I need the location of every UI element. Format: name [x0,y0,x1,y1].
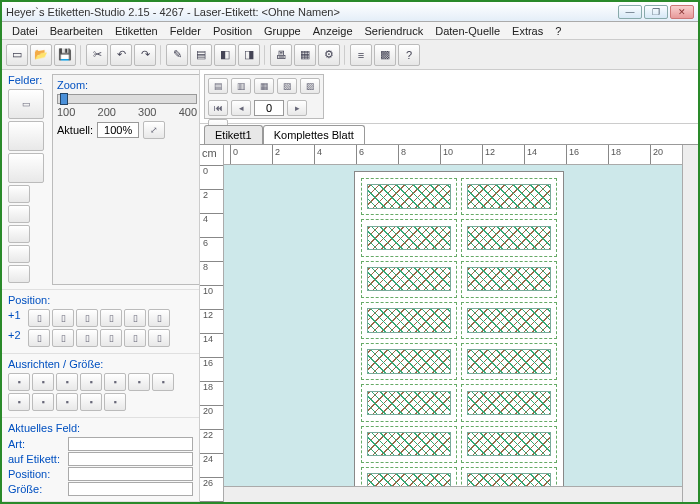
pos-btn-3[interactable]: ▯ [76,309,98,327]
print-icon[interactable]: 🖶 [270,44,292,66]
open-icon[interactable]: 📂 [30,44,52,66]
pos-btn-9[interactable]: ▯ [76,329,98,347]
view-4[interactable]: ▧ [277,78,297,94]
tool2-icon[interactable]: ▤ [190,44,212,66]
grid-icon[interactable]: ▩ [374,44,396,66]
gr-input[interactable] [68,482,193,496]
view-2[interactable]: ▥ [231,78,251,94]
pos-btn-5[interactable]: ▯ [124,309,146,327]
pos-btn-2[interactable]: ▯ [52,309,74,327]
help-icon[interactable]: ? [398,44,420,66]
label-cell[interactable] [361,219,457,256]
label-cell[interactable] [461,219,557,256]
field-small-3[interactable] [8,225,30,243]
view-5[interactable]: ▨ [300,78,320,94]
field-tool-2[interactable] [8,121,44,151]
nav-first-icon[interactable]: ⏮ [208,100,228,116]
pos-btn-4[interactable]: ▯ [100,309,122,327]
menu-etiketten[interactable]: Etiketten [109,23,164,39]
scrollbar-vertical[interactable] [682,145,698,502]
pos-btn-8[interactable]: ▯ [52,329,74,347]
menu-position[interactable]: Position [207,23,258,39]
art-input[interactable] [68,437,193,451]
label-cell[interactable] [461,178,557,215]
size-3[interactable]: ▪ [56,393,78,411]
label-cell[interactable] [461,467,557,486]
align-icon[interactable]: ≡ [350,44,372,66]
label-cell[interactable] [361,467,457,486]
field-small-4[interactable] [8,245,30,263]
pos-btn-10[interactable]: ▯ [100,329,122,347]
db-icon[interactable]: ▦ [294,44,316,66]
view-3[interactable]: ▦ [254,78,274,94]
label-cell[interactable] [361,384,457,421]
nav-next-icon[interactable]: ▸ [287,100,307,116]
zoom-slider[interactable] [57,94,197,104]
new-icon[interactable]: ▭ [6,44,28,66]
align-7[interactable]: ▪ [152,373,174,391]
label-cell[interactable] [461,261,557,298]
tool-icon[interactable]: ✎ [166,44,188,66]
zoom-fit-icon[interactable]: ⤢ [143,121,165,139]
label-cell[interactable] [461,384,557,421]
size-1[interactable]: ▪ [8,393,30,411]
size-4[interactable]: ▪ [80,393,102,411]
save-icon[interactable]: 💾 [54,44,76,66]
menu-seriendruck[interactable]: Seriendruck [359,23,430,39]
pos-btn-11[interactable]: ▯ [124,329,146,347]
work-area: ▤ ▥ ▦ ▧ ▨ ⏮ ◂ 0 ▸ ⏭ Etikett1 Komplettes … [200,70,698,502]
size-2[interactable]: ▪ [32,393,54,411]
pos-input[interactable] [68,467,193,481]
auf-input[interactable] [68,452,193,466]
label-cell[interactable] [361,178,457,215]
menu-felder[interactable]: Felder [164,23,207,39]
field-small-5[interactable] [8,265,30,283]
cut-icon[interactable]: ✂ [86,44,108,66]
field-small-2[interactable] [8,205,30,223]
align-1[interactable]: ▪ [8,373,30,391]
pos-btn-7[interactable]: ▯ [28,329,50,347]
close-button[interactable]: ✕ [670,5,694,19]
pos-btn-12[interactable]: ▯ [148,329,170,347]
menu-extras[interactable]: Extras [506,23,549,39]
align-5[interactable]: ▪ [104,373,126,391]
ruler-horizontal: 02468101214161820 [224,145,682,165]
tool4-icon[interactable]: ◨ [238,44,260,66]
gear-icon[interactable]: ⚙ [318,44,340,66]
size-5[interactable]: ▪ [104,393,126,411]
field-small-1[interactable] [8,185,30,203]
menu-anzeige[interactable]: Anzeige [307,23,359,39]
field-tool-1[interactable]: ▭ [8,89,44,119]
field-tool-3[interactable] [8,153,44,183]
align-3[interactable]: ▪ [56,373,78,391]
label-cell[interactable] [461,343,557,380]
menu-datenquelle[interactable]: Daten-Quelle [429,23,506,39]
pos-btn-6[interactable]: ▯ [148,309,170,327]
tab-etikett1[interactable]: Etikett1 [204,125,263,144]
label-cell[interactable] [361,261,457,298]
nav-page[interactable]: 0 [254,100,284,116]
canvas[interactable] [224,165,682,486]
align-2[interactable]: ▪ [32,373,54,391]
tab-komplettes-blatt[interactable]: Komplettes Blatt [263,125,365,144]
maximize-button[interactable]: ❐ [644,5,668,19]
label-cell[interactable] [461,426,557,463]
menu-bearbeiten[interactable]: Bearbeiten [44,23,109,39]
label-cell[interactable] [361,426,457,463]
minimize-button[interactable]: — [618,5,642,19]
tool3-icon[interactable]: ◧ [214,44,236,66]
label-cell[interactable] [361,343,457,380]
menu-gruppe[interactable]: Gruppe [258,23,307,39]
pos-btn-1[interactable]: ▯ [28,309,50,327]
menu-help[interactable]: ? [549,23,567,39]
nav-prev-icon[interactable]: ◂ [231,100,251,116]
undo-icon[interactable]: ↶ [110,44,132,66]
view-1[interactable]: ▤ [208,78,228,94]
redo-icon[interactable]: ↷ [134,44,156,66]
align-4[interactable]: ▪ [80,373,102,391]
label-cell[interactable] [461,302,557,339]
label-cell[interactable] [361,302,457,339]
menu-datei[interactable]: Datei [6,23,44,39]
align-6[interactable]: ▪ [128,373,150,391]
scrollbar-horizontal[interactable] [224,486,682,502]
